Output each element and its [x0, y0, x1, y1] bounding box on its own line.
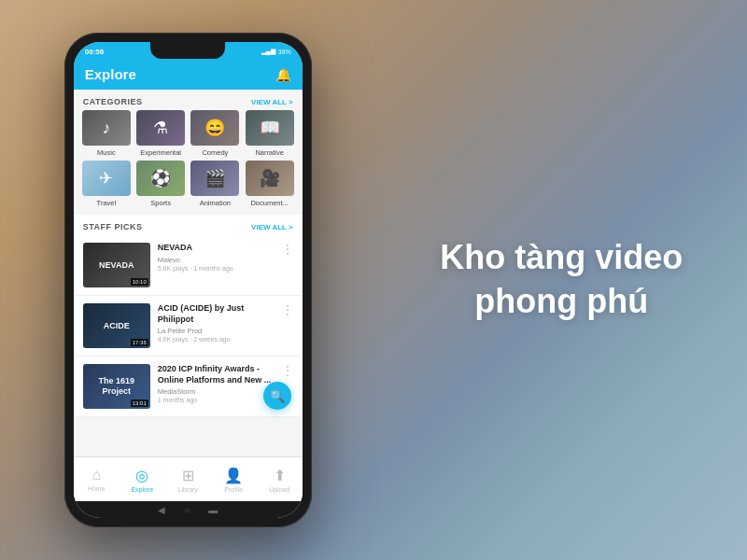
acide-meta: 4.6K plays · 2 weeks ago: [158, 336, 275, 343]
experimental-icon: ⚗: [153, 118, 168, 138]
phone-notch: [150, 42, 225, 59]
acide-info: ACID (ACIDE) by Just Philippot La Petite…: [158, 303, 275, 343]
home-label: Home: [88, 485, 106, 492]
category-label-narrative: Narrative: [255, 148, 283, 157]
nevada-meta: 5.6K plays · 1 months ago: [158, 265, 275, 272]
category-label-sports: Sports: [150, 199, 171, 207]
music-icon: ♪: [102, 119, 110, 138]
nav-item-library[interactable]: ⊞ Library: [165, 467, 211, 493]
categories-header: CATEGORIES VIEW ALL >: [74, 90, 303, 110]
category-label-music: Music: [97, 148, 116, 157]
app-title: Explore: [85, 66, 136, 82]
app-header: Explore 🔔: [74, 61, 303, 90]
promo-line2: phong phú: [474, 282, 648, 320]
category-thumb-documentary: 🎥: [246, 161, 294, 196]
nevada-thumb-text: NEVADA: [99, 260, 134, 271]
categories-title: CATEGORIES: [83, 97, 143, 106]
category-thumb-narrative: 📖: [246, 110, 294, 146]
video-item-nevada[interactable]: NEVADA 10:10 NEVADA Malevo 5.6K plays · …: [74, 235, 303, 296]
animation-icon: 🎬: [204, 168, 225, 189]
explore-icon: ◎: [135, 467, 148, 484]
category-item-sports[interactable]: ⚽ Sports: [135, 161, 186, 207]
category-label-travel: Travel: [97, 199, 117, 207]
nav-item-explore[interactable]: ◎ Explore: [120, 467, 165, 493]
signal-icon: ▂▄▆: [261, 48, 275, 55]
explore-label: Explore: [131, 486, 153, 493]
battery-level: 38%: [278, 49, 291, 55]
category-thumb-travel: ✈: [82, 161, 131, 196]
categories-grid: ♪ Music ⚗ Experimental 😄 C: [74, 110, 303, 213]
scene: 00:58 ▂▄▆ 38% Explore 🔔 CATEGORIES VIEW …: [0, 0, 747, 560]
documentary-icon: 🎥: [260, 168, 280, 189]
phone-shell: 00:58 ▂▄▆ 38% Explore 🔔 CATEGORIES VIEW …: [64, 33, 312, 527]
nav-item-upload[interactable]: ⬆ Upload: [257, 467, 303, 493]
bottom-nav: ⌂ Home ◎ Explore ⊞ Library 👤 Profile ⬆: [74, 456, 303, 501]
nevada-duration: 10:10: [131, 278, 148, 286]
travel-icon: ✈: [99, 168, 113, 189]
nevada-menu-icon[interactable]: ⋮: [282, 243, 293, 256]
category-thumb-sports: ⚽: [136, 161, 185, 196]
category-label-comedy: Comedy: [202, 148, 228, 157]
icp-menu-icon[interactable]: ⋮: [282, 364, 293, 377]
category-thumb-music: ♪: [82, 110, 131, 146]
icp-info: 2020 ICP Infinity Awards - Online Platfo…: [158, 364, 275, 403]
nevada-title: NEVADA: [158, 243, 275, 254]
home-indicator: ◀ ○ ▬: [74, 501, 303, 518]
search-fab[interactable]: 🔍: [263, 382, 291, 410]
category-item-animation[interactable]: 🎬 Animation: [190, 161, 240, 207]
category-thumb-experimental: ⚗: [136, 110, 185, 146]
bell-icon[interactable]: 🔔: [275, 67, 291, 82]
status-time: 00:58: [85, 48, 104, 56]
staff-picks-view-all[interactable]: VIEW ALL >: [251, 223, 293, 231]
acide-duration: 17:36: [131, 339, 148, 346]
library-label: Library: [178, 486, 198, 493]
acide-title: ACID (ACIDE) by Just Philippot: [158, 303, 275, 325]
icp-meta: 1 months ago: [158, 397, 275, 403]
recent-button[interactable]: ▬: [208, 505, 218, 515]
home-button[interactable]: ○: [184, 505, 190, 515]
promo-line1: Kho tàng video: [440, 238, 683, 276]
nevada-info: NEVADA Malevo 5.6K plays · 1 months ago: [158, 243, 275, 272]
category-item-documentary[interactable]: 🎥 Document...: [245, 161, 295, 207]
acide-thumb-text: ACIDE: [104, 321, 130, 331]
category-thumb-animation: 🎬: [190, 161, 239, 196]
back-button[interactable]: ◀: [158, 505, 165, 515]
category-label-animation: Animation: [200, 199, 231, 207]
staff-picks-title: STAFF PICKS: [83, 222, 143, 231]
acide-author: La Petite Prod: [158, 327, 275, 335]
upload-icon: ⬆: [274, 467, 286, 484]
category-label-experimental: Experimental: [140, 148, 181, 157]
category-item-music[interactable]: ♪ Music: [81, 110, 132, 157]
profile-icon: 👤: [224, 467, 243, 484]
category-thumb-comedy: 😄: [190, 110, 239, 146]
category-item-comedy[interactable]: 😄 Comedy: [190, 110, 240, 157]
promo-heading: Kho tàng video phong phú: [440, 236, 683, 324]
nav-item-home[interactable]: ⌂ Home: [74, 467, 120, 492]
nav-item-profile[interactable]: 👤 Profile: [211, 467, 257, 493]
category-item-travel[interactable]: ✈ Travel: [81, 161, 132, 207]
profile-label: Profile: [224, 486, 243, 493]
categories-view-all[interactable]: VIEW ALL >: [251, 98, 293, 106]
right-text-block: Kho tàng video phong phú: [440, 236, 683, 324]
video-thumb-acide: ACIDE 17:36: [83, 303, 150, 348]
library-icon: ⊞: [182, 467, 194, 484]
icp-title: 2020 ICP Infinity Awards - Online Platfo…: [158, 364, 275, 385]
category-label-documentary: Document...: [250, 199, 288, 207]
phone-screen: 00:58 ▂▄▆ 38% Explore 🔔 CATEGORIES VIEW …: [74, 42, 303, 518]
icp-duration: 13:01: [131, 399, 148, 407]
video-thumb-nevada: NEVADA 10:10: [83, 243, 150, 287]
sports-icon: ⚽: [150, 168, 171, 189]
home-icon: ⌂: [92, 467, 101, 483]
app-content[interactable]: CATEGORIES VIEW ALL > ♪ Music ⚗: [74, 90, 303, 456]
video-thumb-icp: The 1619Project 13:01: [83, 364, 150, 409]
video-item-acide[interactable]: ACIDE 17:36 ACID (ACIDE) by Just Philipp…: [74, 296, 303, 357]
acide-menu-icon[interactable]: ⋮: [282, 303, 293, 316]
narrative-icon: 📖: [260, 118, 280, 138]
icp-thumb-text: The 1619Project: [98, 376, 134, 397]
status-right: ▂▄▆ 38%: [261, 48, 291, 55]
category-item-experimental[interactable]: ⚗ Experimental: [135, 110, 186, 157]
staff-picks-header: STAFF PICKS VIEW ALL >: [74, 215, 303, 235]
comedy-icon: 😄: [204, 118, 225, 138]
category-item-narrative[interactable]: 📖 Narrative: [245, 110, 295, 157]
nevada-author: Malevo: [158, 256, 275, 264]
